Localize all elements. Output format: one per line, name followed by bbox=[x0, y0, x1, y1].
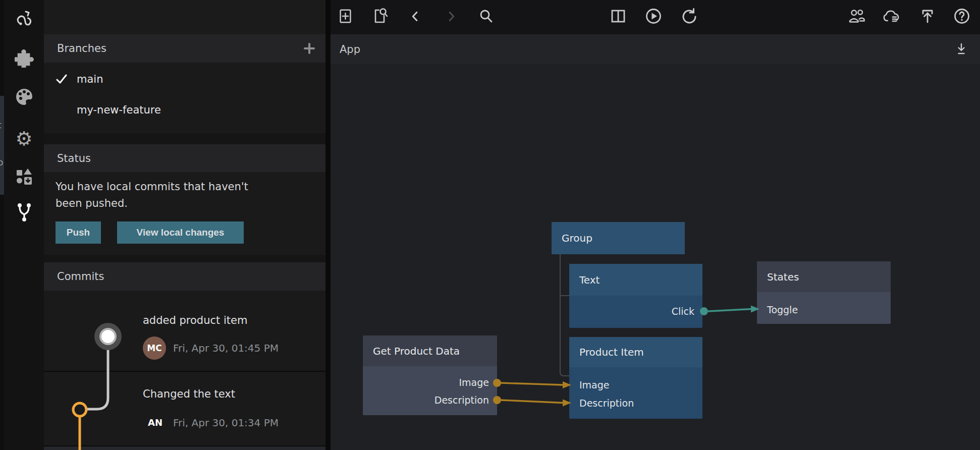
current-branch-check-icon bbox=[55, 73, 68, 86]
node-get-product-data[interactable]: Get Product Data Image Description bbox=[363, 335, 497, 415]
branches-section-header: Branches bbox=[44, 34, 325, 63]
node-title: Group bbox=[562, 232, 592, 244]
version-control-icon[interactable] bbox=[13, 201, 35, 223]
view-local-changes-button[interactable]: View local changes bbox=[117, 221, 244, 244]
edge-strip: t o bbox=[0, 0, 4, 450]
edge-tab-letter: o bbox=[0, 157, 3, 167]
commit-message: Changed the text bbox=[143, 388, 235, 400]
commits-list: added product item MC Fri, Apr 30, 01:45… bbox=[44, 291, 325, 450]
search-button[interactable] bbox=[476, 7, 496, 26]
canvas-toolbar bbox=[331, 0, 980, 34]
split-view-button[interactable] bbox=[609, 7, 628, 26]
node-group[interactable]: Group bbox=[552, 222, 685, 254]
port-description-input[interactable]: Description bbox=[579, 397, 634, 409]
node-graph-canvas[interactable]: Group Text Click States Toggle Get Produ… bbox=[331, 64, 980, 450]
node-states[interactable]: States Toggle bbox=[757, 261, 891, 324]
commit-timestamp: Fri, Apr 30, 01:45 PM bbox=[173, 342, 279, 354]
add-branch-button[interactable] bbox=[303, 42, 315, 54]
commit-timestamp: Fri, Apr 30, 01:34 PM bbox=[173, 417, 279, 429]
branch-item-main[interactable]: main bbox=[44, 68, 325, 91]
branches-title: Branches bbox=[57, 42, 106, 54]
commit-node-current bbox=[94, 323, 122, 350]
commit-message: added product item bbox=[143, 314, 247, 326]
help-button[interactable] bbox=[952, 7, 971, 26]
noodl-logo-icon[interactable] bbox=[13, 6, 35, 28]
commits-section-header: Commits bbox=[44, 262, 325, 291]
branch-label: main bbox=[77, 73, 103, 85]
version-control-panel: Branches main my-new-feature bbox=[44, 0, 325, 450]
search-document-button[interactable] bbox=[370, 7, 390, 26]
port-click-output[interactable]: Click bbox=[672, 305, 694, 317]
connection-description bbox=[493, 396, 571, 407]
breadcrumb[interactable]: App bbox=[340, 43, 360, 55]
download-icon[interactable] bbox=[954, 41, 969, 57]
commits-title: Commits bbox=[57, 270, 104, 283]
panel-top-spacer bbox=[44, 0, 325, 34]
author-initials: AN bbox=[148, 417, 162, 428]
styles-icon[interactable] bbox=[13, 86, 35, 108]
commit-graph bbox=[44, 291, 130, 450]
canvas-breadcrumb-bar: App bbox=[331, 34, 980, 64]
node-title: Get Product Data bbox=[373, 345, 460, 357]
components-icon[interactable] bbox=[13, 166, 35, 188]
collaborators-button[interactable] bbox=[847, 7, 866, 26]
port-description-output[interactable]: Description bbox=[434, 394, 489, 406]
cloud-services-button[interactable] bbox=[882, 7, 901, 26]
node-title: Text bbox=[579, 274, 600, 286]
node-title: Product Item bbox=[579, 346, 644, 358]
status-body: You have local commits that haven't been… bbox=[44, 172, 325, 255]
add-node-button[interactable] bbox=[336, 7, 355, 26]
commit-node-previous bbox=[73, 403, 86, 416]
left-icon-rail: ⚙ bbox=[4, 0, 44, 450]
navigate-forward-button[interactable] bbox=[442, 7, 461, 26]
settings-icon[interactable]: ⚙ bbox=[13, 128, 35, 150]
navigate-back-button[interactable] bbox=[406, 7, 425, 26]
push-button[interactable]: Push bbox=[56, 221, 101, 244]
refresh-button[interactable] bbox=[679, 7, 698, 26]
node-text[interactable]: Text Click bbox=[569, 264, 702, 328]
connection-click-toggle bbox=[700, 306, 759, 316]
publish-button[interactable] bbox=[918, 7, 937, 26]
app-window: t o ⚙ bbox=[0, 0, 980, 450]
branch-label: my-new-feature bbox=[77, 104, 161, 116]
preview-play-button[interactable] bbox=[644, 7, 663, 26]
port-image-output[interactable]: Image bbox=[459, 376, 489, 388]
plugins-icon[interactable] bbox=[13, 47, 35, 69]
branches-list: main my-new-feature bbox=[44, 63, 325, 133]
port-toggle-input[interactable]: Toggle bbox=[767, 304, 798, 316]
node-title: States bbox=[767, 271, 799, 283]
node-product-item[interactable]: Product Item Image Description bbox=[569, 337, 702, 419]
clipped-vertical-tab[interactable]: t o bbox=[0, 96, 4, 195]
branch-item-my-new-feature[interactable]: my-new-feature bbox=[44, 98, 325, 122]
edge-tab-letter: t bbox=[0, 120, 2, 130]
status-section-header: Status bbox=[44, 144, 325, 172]
port-image-input[interactable]: Image bbox=[579, 379, 610, 391]
author-avatar: MC bbox=[143, 336, 166, 360]
hierarchy-lines bbox=[560, 254, 569, 376]
status-title: Status bbox=[57, 152, 91, 164]
status-message: You have local commits that haven't been… bbox=[56, 179, 267, 212]
connection-image bbox=[493, 379, 571, 388]
commit-row-partial[interactable] bbox=[44, 446, 325, 450]
row-divider bbox=[44, 371, 325, 372]
